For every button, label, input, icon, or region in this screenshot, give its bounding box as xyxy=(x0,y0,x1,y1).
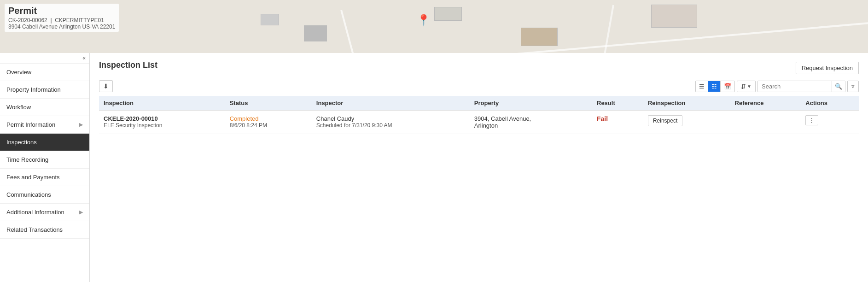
sidebar-item-overview-label: Overview xyxy=(6,69,31,76)
sidebar-item-related-transactions-label: Related Transactions xyxy=(6,226,63,233)
download-button[interactable]: ⬇ xyxy=(99,80,113,92)
sidebar-item-communications-label: Communications xyxy=(6,191,51,198)
status-label: Completed xyxy=(230,115,307,122)
search-wrapper: 🔍 xyxy=(757,81,845,92)
cell-property: 3904, Cabell Avenue, Arlington xyxy=(470,111,592,134)
sidebar-item-fees-and-payments-label: Fees and Payments xyxy=(6,174,60,181)
page-type-title: Permit xyxy=(8,6,115,16)
col-inspector: Inspector xyxy=(312,96,470,111)
filter-icon: ▿ xyxy=(851,83,855,90)
sidebar-item-permit-information[interactable]: Permit Information ▶ xyxy=(0,116,89,134)
cell-status: Completed 8/6/20 8:24 PM xyxy=(225,111,312,134)
sidebar-item-inspections-label: Inspections xyxy=(6,139,37,146)
inspection-id: CKELE-2020-00010 xyxy=(104,115,221,122)
sidebar-item-workflow-label: Workflow xyxy=(6,104,31,111)
sidebar-item-time-recording[interactable]: Time Recording xyxy=(0,151,89,169)
request-inspection-button[interactable]: Request Inspection xyxy=(796,62,859,74)
col-reference: Reference xyxy=(730,96,801,111)
result-value: Fail xyxy=(597,115,608,123)
col-actions: Actions xyxy=(801,96,859,111)
sort-icon: ⇵ xyxy=(741,83,746,90)
grid-view-button[interactable]: ☷ xyxy=(708,81,721,92)
sidebar-item-fees-and-payments[interactable]: Fees and Payments xyxy=(0,169,89,186)
cell-actions: ⋮ xyxy=(801,111,859,134)
property-city: Arlington xyxy=(474,122,588,129)
permit-meta: CK-2020-00062 | CKPERMITTYPE01 xyxy=(8,17,115,24)
cell-reinspection: Reinspect xyxy=(643,111,730,134)
sidebar-item-overview[interactable]: Overview xyxy=(0,64,89,81)
cell-inspector: Chanel Caudy Scheduled for 7/31/20 9:30 … xyxy=(312,111,470,134)
main-layout: « Overview Property Information Workflow… xyxy=(0,53,868,282)
header-info: Permit CK-2020-00062 | CKPERMITTYPE01 39… xyxy=(5,4,119,32)
chevron-right-icon: ▶ xyxy=(79,122,83,128)
table-header: Inspection Status Inspector Property Res… xyxy=(99,96,859,111)
inspector-name: Chanel Caudy xyxy=(316,115,465,122)
inspector-scheduled: Scheduled for 7/31/20 9:30 AM xyxy=(316,122,465,129)
sidebar-item-property-information-label: Property Information xyxy=(6,86,61,93)
sidebar-item-additional-information[interactable]: Additional Information ▶ xyxy=(0,204,89,221)
grid-view-icon: ☷ xyxy=(711,83,717,90)
map-pin: 📍 xyxy=(417,14,431,27)
permit-number: CK-2020-00062 xyxy=(8,17,47,24)
page-title: Inspection List xyxy=(99,60,157,70)
sidebar-item-permit-information-label: Permit Information xyxy=(6,121,55,128)
sort-chevron-icon: ▼ xyxy=(747,84,751,89)
toolbar-left: ⬇ xyxy=(99,80,113,92)
inspection-table: Inspection Status Inspector Property Res… xyxy=(99,96,859,134)
inspection-type: ELE Security Inspection xyxy=(104,122,221,129)
cell-inspection: CKELE-2020-00010 ELE Security Inspection xyxy=(99,111,225,134)
chevron-right-icon-2: ▶ xyxy=(79,209,83,215)
sidebar-item-property-information[interactable]: Property Information xyxy=(0,81,89,99)
permit-address: 3904 Cabell Avenue Arlington US-VA 22201 xyxy=(8,24,115,30)
actions-dots-icon: ⋮ xyxy=(809,117,815,124)
table-body: CKELE-2020-00010 ELE Security Inspection… xyxy=(99,111,859,134)
map-background: 📍 xyxy=(0,0,868,53)
col-result: Result xyxy=(592,96,643,111)
search-input[interactable] xyxy=(758,81,832,92)
cell-result: Fail xyxy=(592,111,643,134)
table-row: CKELE-2020-00010 ELE Security Inspection… xyxy=(99,111,859,134)
sidebar-item-related-transactions[interactable]: Related Transactions xyxy=(0,221,89,239)
search-icon: 🔍 xyxy=(835,83,842,90)
view-toggle-group: ☰ ☷ 📅 xyxy=(695,81,735,92)
toolbar-right: ☰ ☷ 📅 ⇵ ▼ 🔍 xyxy=(695,81,859,92)
reinspect-button[interactable]: Reinspect xyxy=(648,115,682,126)
list-view-icon: ☰ xyxy=(699,83,705,90)
sidebar-item-additional-information-label: Additional Information xyxy=(6,209,64,216)
actions-button[interactable]: ⋮ xyxy=(805,115,818,125)
list-view-button[interactable]: ☰ xyxy=(696,81,708,92)
calendar-view-icon: 📅 xyxy=(724,83,731,90)
sort-button[interactable]: ⇵ ▼ xyxy=(737,81,756,92)
content-area: Inspection List Request Inspection ⬇ ☰ ☷ xyxy=(90,53,868,282)
sidebar-item-communications[interactable]: Communications xyxy=(0,186,89,204)
sidebar-item-time-recording-label: Time Recording xyxy=(6,156,48,163)
sidebar-item-workflow[interactable]: Workflow xyxy=(0,99,89,116)
sidebar-item-inspections[interactable]: Inspections xyxy=(0,134,89,151)
calendar-view-button[interactable]: 📅 xyxy=(721,81,734,92)
status-date: 8/6/20 8:24 PM xyxy=(230,122,307,129)
col-status: Status xyxy=(225,96,312,111)
sidebar-collapse-button[interactable]: « xyxy=(0,53,89,64)
header-area: 📍 Permit CK-2020-00062 | CKPERMITTYPE01 … xyxy=(0,0,868,53)
filter-button[interactable]: ▿ xyxy=(847,81,859,92)
col-inspection: Inspection xyxy=(99,96,225,111)
col-property: Property xyxy=(470,96,592,111)
sidebar: « Overview Property Information Workflow… xyxy=(0,53,90,282)
download-icon: ⬇ xyxy=(103,82,109,90)
property-address: 3904, Cabell Avenue, xyxy=(474,115,588,122)
search-button[interactable]: 🔍 xyxy=(832,81,845,92)
col-reinspection: Reinspection xyxy=(643,96,730,111)
cell-reference xyxy=(730,111,801,134)
permit-type: CKPERMITTYPE01 xyxy=(55,17,104,24)
toolbar: ⬇ ☰ ☷ 📅 ⇵ ▼ xyxy=(99,80,859,92)
